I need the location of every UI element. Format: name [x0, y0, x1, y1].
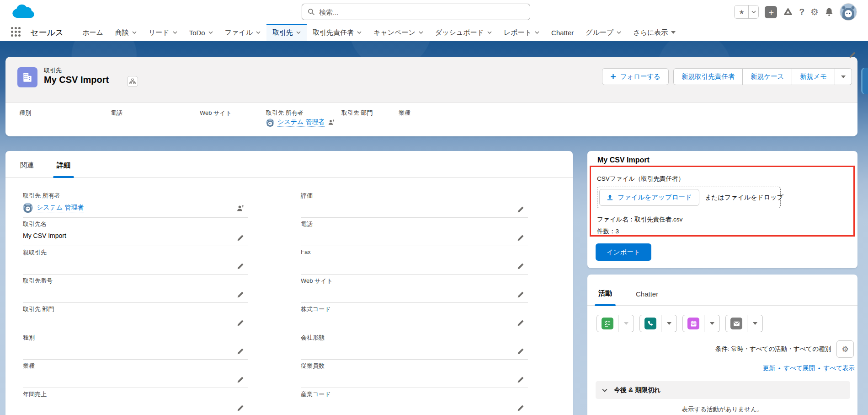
new-note-button[interactable]: 新規メモ — [792, 68, 835, 85]
chevron-down-icon — [487, 31, 492, 34]
record-count-text: 件数：3 — [597, 227, 619, 236]
app-name[interactable]: セールス — [30, 27, 64, 38]
edit-pencil-icon[interactable] — [517, 234, 524, 242]
edit-pencil-icon[interactable] — [517, 319, 524, 327]
nav-tab-opportunities[interactable]: 商談 — [109, 24, 143, 41]
field-label: 取引先名 — [23, 220, 248, 228]
event-dropdown[interactable] — [704, 315, 720, 332]
owner-link[interactable]: システム 管理者 — [37, 204, 84, 212]
log-a-call-button[interactable] — [639, 315, 661, 332]
field-label: Fax — [301, 248, 528, 255]
tab-related[interactable]: 関連 — [19, 161, 35, 177]
field-value — [301, 373, 528, 382]
field-row-phone: 電話 — [301, 218, 528, 246]
new-contact-button[interactable]: 新規取引先責任者 — [673, 68, 743, 85]
entity-label: 取引先 — [44, 66, 62, 75]
tab-chatter[interactable]: Chatter — [635, 290, 659, 305]
nav-tab-tasks[interactable]: ToDo — [183, 24, 219, 41]
owner-link[interactable]: システム 管理者 — [277, 118, 325, 127]
expand-all-link[interactable]: すべて展開 — [783, 364, 815, 372]
import-button[interactable]: インポート — [596, 243, 651, 261]
favorites-button-group: ★ — [734, 5, 759, 19]
change-owner-icon[interactable] — [328, 119, 335, 126]
field-value — [301, 345, 528, 354]
edit-pencil-icon[interactable] — [517, 376, 524, 383]
edit-pencil-icon[interactable] — [517, 291, 524, 298]
nav-tab-dashboards[interactable]: ダッシュボード — [429, 24, 498, 41]
field-value — [301, 316, 528, 325]
new-event-button[interactable] — [682, 315, 704, 332]
search-input[interactable] — [319, 8, 524, 16]
field-label: 評価 — [301, 192, 528, 200]
new-task-button[interactable] — [596, 315, 618, 332]
field-value — [301, 288, 528, 297]
field-row-account-number: 取引先番号 — [23, 275, 248, 303]
nav-tab-files[interactable]: ファイル — [219, 24, 266, 41]
drop-file-text: またはファイルをドロップ — [705, 194, 783, 202]
nav-tab-leads[interactable]: リード — [143, 24, 183, 41]
setup-gear-icon[interactable]: ⚙ — [810, 6, 819, 17]
guidance-center-icon[interactable] — [783, 7, 793, 17]
edit-pencil-icon[interactable] — [237, 234, 244, 242]
highlight-field-label: Web サイト — [200, 109, 232, 117]
edit-pencil-icon[interactable] — [237, 376, 244, 383]
nav-tab-more[interactable]: さらに表示 — [627, 24, 682, 41]
user-avatar[interactable] — [840, 3, 857, 21]
edit-pencil-icon[interactable] — [237, 263, 244, 270]
edit-pencil-icon[interactable] — [517, 404, 524, 412]
app-launcher-icon[interactable] — [11, 27, 22, 38]
email-dropdown[interactable] — [747, 315, 763, 332]
more-actions-dropdown[interactable] — [835, 68, 852, 85]
account-hierarchy-icon[interactable] — [127, 76, 138, 87]
owner-avatar — [266, 119, 274, 127]
nav-tab-chatter[interactable]: Chatter — [545, 24, 580, 41]
activity-settings-gear-icon[interactable]: ⚙ — [836, 340, 854, 358]
refresh-link[interactable]: 更新 — [763, 364, 775, 372]
nav-tab-contacts[interactable]: 取引先責任者 — [307, 24, 367, 41]
nav-tab-groups[interactable]: グループ — [580, 24, 627, 41]
change-owner-icon[interactable] — [236, 205, 244, 212]
field-label: 株式コード — [301, 305, 528, 313]
tab-activity[interactable]: 活動 — [597, 289, 613, 305]
file-name-text: ファイル名：取引先責任者.csv — [597, 216, 682, 224]
file-dropzone[interactable]: ファイルをアップロード またはファイルをドロップ — [597, 187, 781, 208]
edit-navigation-pencil-icon[interactable] — [849, 51, 856, 59]
favorites-dropdown-icon[interactable] — [748, 5, 758, 18]
highlights-panel: 種別 電話 Web サイト 取引先 所有者 取引先 部門 業種 システム 管理者 — [5, 102, 857, 136]
task-dropdown[interactable] — [618, 315, 634, 332]
edit-pencil-icon[interactable] — [237, 404, 244, 412]
nav-tab-accounts[interactable]: 取引先 — [266, 24, 307, 41]
nav-tab-campaigns[interactable]: キャンペーン — [367, 24, 429, 41]
field-label: 年間売上 — [23, 390, 248, 399]
email-button[interactable] — [725, 315, 747, 332]
notifications-bell-icon[interactable] — [825, 7, 834, 16]
edit-pencil-icon[interactable] — [517, 263, 524, 270]
edit-pencil-icon[interactable] — [237, 319, 244, 327]
view-all-link[interactable]: すべて表示 — [824, 364, 855, 372]
phone-icon — [644, 318, 656, 329]
field-label: 業種 — [23, 362, 248, 370]
field-row-account-owner: 取引先 所有者 システム 管理者 — [23, 189, 248, 218]
upcoming-overdue-section-header[interactable]: 今後 & 期限切れ — [596, 381, 850, 399]
call-dropdown[interactable] — [661, 315, 677, 332]
nav-tab-home[interactable]: ホーム — [76, 24, 109, 41]
activity-panel: 活動 Chatter — [587, 275, 857, 415]
follow-button[interactable]: フォローする — [602, 68, 669, 85]
nav-tab-reports[interactable]: レポート — [498, 24, 545, 41]
edit-pencil-icon[interactable] — [517, 206, 524, 213]
upload-file-button[interactable]: ファイルをアップロード — [599, 189, 699, 206]
new-case-button[interactable]: 新規ケース — [743, 68, 792, 85]
global-actions-icon[interactable]: ＋ — [765, 6, 777, 18]
help-icon[interactable]: ? — [799, 7, 804, 17]
field-row-account-site: 取引先 部門 — [23, 303, 248, 331]
edit-pencil-icon[interactable] — [237, 348, 244, 355]
caret-down-icon — [753, 322, 757, 325]
edit-pencil-icon[interactable] — [517, 348, 524, 355]
detail-tab-bar: 関連 詳細 — [5, 151, 573, 178]
chevron-down-icon — [617, 31, 621, 34]
edit-pencil-icon[interactable] — [237, 291, 244, 298]
favorites-star-icon[interactable]: ★ — [735, 5, 748, 18]
field-row-sic-code: 産業コード — [301, 388, 528, 415]
tab-details[interactable]: 詳細 — [56, 161, 71, 177]
account-object-icon — [17, 67, 37, 87]
